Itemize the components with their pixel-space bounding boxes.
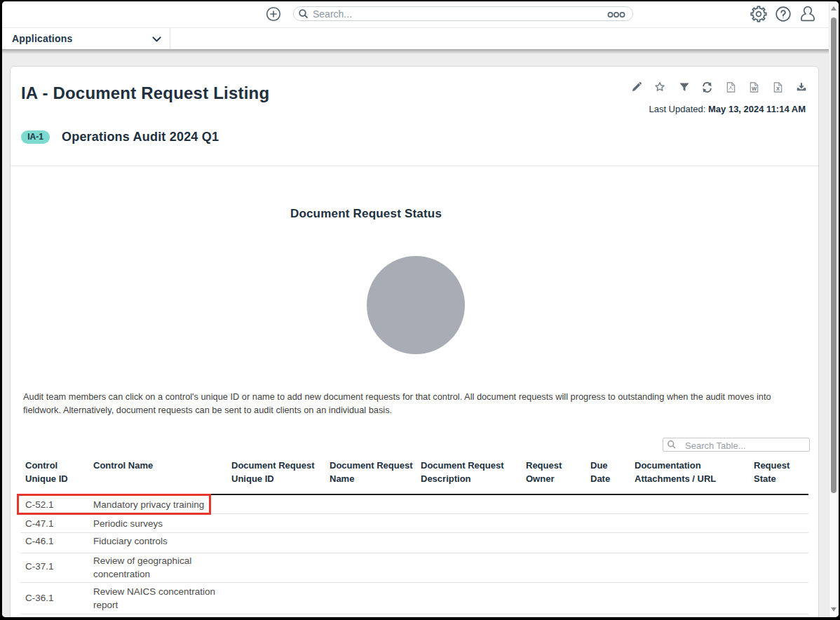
svg-text:X: X [776, 86, 780, 92]
svg-text:W: W [752, 86, 757, 92]
